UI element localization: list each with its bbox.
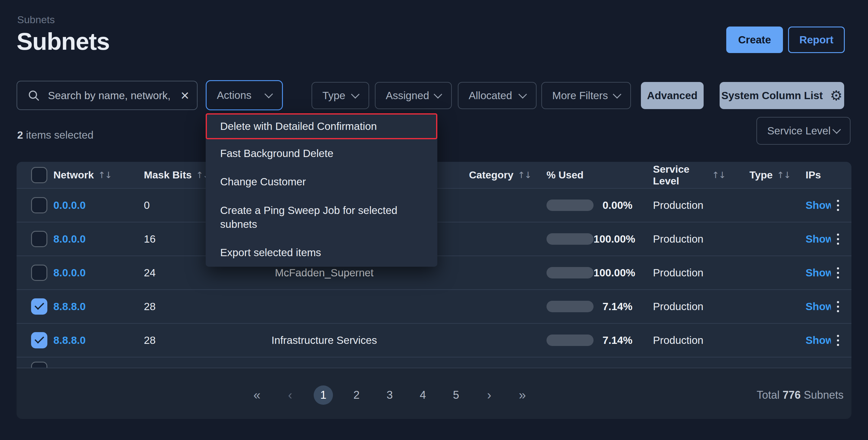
type-cell	[725, 256, 798, 289]
column-header-category[interactable]: Category↑↓	[439, 162, 520, 188]
type-cell	[725, 189, 798, 222]
chevron-down-icon	[351, 90, 360, 99]
service-level-cell: Production	[635, 290, 725, 323]
row-menu-icon[interactable]	[837, 335, 839, 346]
actions-dropdown[interactable]: Actions	[206, 80, 283, 110]
row-checkbox[interactable]	[31, 332, 48, 348]
pagination: «‹12345›»	[247, 385, 532, 405]
table-footer: «‹12345›» Total 776 Subnets	[17, 368, 851, 419]
filter-type[interactable]: Type	[312, 82, 369, 109]
filter-more-filters[interactable]: More Filters	[541, 82, 631, 109]
ips-show-link[interactable]: Show	[806, 199, 831, 211]
column-header-network-label: Network	[53, 169, 94, 181]
actions-dropdown-label: Actions	[217, 89, 251, 101]
select-all-checkbox[interactable]	[31, 167, 48, 183]
chevron-down-icon	[434, 90, 442, 99]
system-column-list-button[interactable]: System Column List ⚙	[720, 82, 844, 109]
column-header-network[interactable]: Network↑↓	[50, 162, 140, 188]
ips-show-link[interactable]: Show	[806, 334, 831, 346]
type-cell	[725, 223, 798, 256]
gear-icon: ⚙	[830, 89, 842, 102]
column-header-ips-label: IPs	[806, 169, 821, 181]
network-link[interactable]: 8.0.0.0	[53, 233, 86, 245]
advanced-button[interactable]: Advanced	[641, 82, 704, 109]
network-link[interactable]: 8.8.8.0	[53, 301, 86, 312]
row-menu-icon[interactable]	[837, 234, 839, 245]
network-link[interactable]: 8.8.8.0	[53, 334, 86, 346]
used-percent-label: 7.14%	[602, 334, 635, 346]
filter-allocated[interactable]: Allocated	[458, 82, 536, 109]
pagination-page-4[interactable]: 4	[413, 385, 433, 405]
column-header-mask-bits-label: Mask Bits	[144, 169, 192, 181]
ips-show-link[interactable]: Show	[806, 301, 831, 312]
pagination-page-1[interactable]: 1	[314, 385, 333, 405]
network-link[interactable]: 8.0.0.0	[53, 267, 86, 279]
row-menu-icon[interactable]	[837, 200, 839, 211]
row-checkbox[interactable]	[31, 197, 48, 213]
clear-search-icon[interactable]: ×	[181, 88, 189, 103]
network-link[interactable]: 0.0.0.0	[53, 199, 86, 211]
usage-bar	[547, 267, 593, 278]
pagination-last[interactable]: »	[513, 385, 532, 405]
service-level-cell: Production	[635, 223, 725, 256]
mask-bits-cell: 16	[140, 223, 210, 256]
row-checkbox[interactable]	[31, 298, 48, 315]
column-header-category-label: Category	[469, 169, 513, 181]
column-header-mask-bits[interactable]: Mask Bits↑↓	[140, 162, 210, 188]
actions-menu: Delete with Detailed ConfirmationFast Ba…	[206, 113, 437, 267]
column-header-type[interactable]: Type↑↓	[725, 162, 798, 188]
chevron-down-icon	[519, 90, 527, 99]
column-header-used: % Used	[520, 162, 635, 188]
filter-assigned[interactable]: Assigned	[375, 82, 452, 109]
category-cell	[439, 290, 520, 323]
search-input[interactable]: Search by name, network, ×	[17, 81, 197, 110]
ips-show-link[interactable]: Show	[806, 233, 831, 245]
ips-show-link[interactable]: Show	[806, 267, 831, 279]
pagination-page-2[interactable]: 2	[347, 385, 366, 405]
actions-menu-item[interactable]: Change Customer	[206, 168, 437, 196]
column-header-ips: IPs	[798, 162, 831, 188]
row-checkbox[interactable]	[31, 362, 48, 368]
row-menu-icon[interactable]	[837, 301, 839, 312]
chevron-down-icon	[265, 90, 273, 98]
filter-allocated-label: Allocated	[469, 90, 512, 102]
column-header-service-level[interactable]: Service Level↑↓	[635, 162, 725, 188]
total-count: Total 776 Subnets	[757, 389, 843, 401]
sort-icon[interactable]: ↑↓	[777, 170, 790, 180]
sort-icon[interactable]: ↑↓	[712, 170, 725, 180]
actions-menu-item[interactable]: Export selected items	[206, 238, 437, 267]
table-row-partial	[17, 357, 851, 368]
actions-menu-item[interactable]: Delete with Detailed Confirmation	[206, 113, 437, 139]
create-button[interactable]: Create	[726, 27, 783, 53]
mask-bits-cell: 28	[140, 324, 210, 357]
actions-menu-item[interactable]: Fast Background Delete	[206, 139, 437, 168]
used-cell: 100.00%	[520, 223, 635, 256]
search-placeholder: Search by name, network,	[48, 90, 171, 102]
sort-icon[interactable]: ↑↓	[98, 170, 112, 180]
service-level-cell: Production	[635, 324, 725, 357]
table-row: 8.8.8.0287.14%ProductionShow	[17, 289, 851, 323]
chevron-down-icon	[613, 90, 621, 99]
column-header-used-label: % Used	[547, 169, 584, 181]
service-level-cell: Production	[635, 256, 725, 289]
row-menu-icon[interactable]	[837, 267, 839, 278]
actions-menu-item[interactable]: Create a Ping Sweep Job for selected sub…	[206, 196, 437, 238]
selection-count-number: 2	[17, 129, 23, 141]
search-icon	[27, 89, 41, 102]
service-level-filter[interactable]: Service Level	[756, 117, 850, 145]
pagination-next[interactable]: ›	[479, 385, 499, 405]
system-column-list-label: System Column List	[721, 90, 823, 102]
breadcrumb[interactable]: Subnets	[17, 14, 55, 26]
pagination-prev[interactable]: ‹	[280, 385, 300, 405]
row-checkbox[interactable]	[31, 231, 48, 247]
usage-bar	[547, 233, 593, 245]
pagination-first[interactable]: «	[247, 385, 267, 405]
usage-bar	[547, 301, 593, 312]
report-button[interactable]: Report	[788, 27, 845, 53]
type-cell	[725, 324, 798, 357]
row-checkbox[interactable]	[31, 265, 48, 281]
used-percent-label: 100.00%	[593, 267, 638, 279]
pagination-page-3[interactable]: 3	[380, 385, 399, 405]
pagination-page-5[interactable]: 5	[446, 385, 466, 405]
category-cell	[439, 324, 520, 357]
